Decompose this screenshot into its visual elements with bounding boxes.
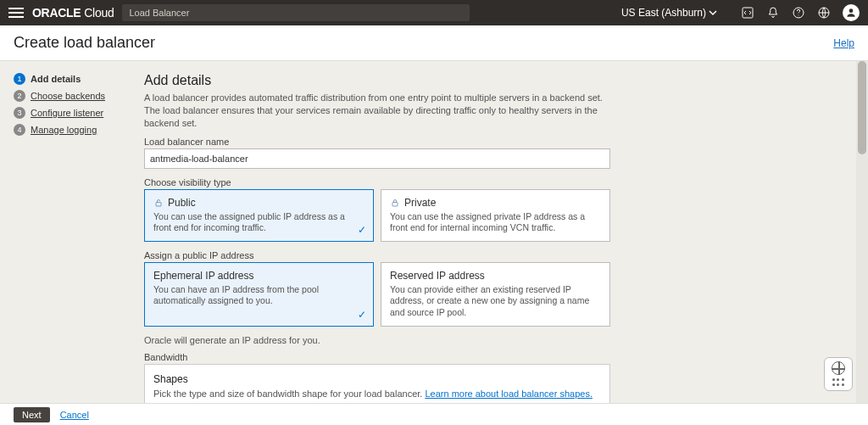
option-card-public[interactable]: PublicYou can use the assigned public IP… bbox=[144, 189, 374, 242]
card-desc: You can provide either an existing reser… bbox=[390, 284, 601, 319]
check-icon: ✓ bbox=[358, 309, 366, 321]
shapes-title: Shapes bbox=[153, 373, 601, 385]
svg-rect-5 bbox=[392, 202, 398, 206]
chevron-down-icon bbox=[709, 8, 717, 17]
visibility-label: Choose visibility type bbox=[144, 177, 849, 187]
name-label: Load balancer name bbox=[144, 137, 849, 147]
title-bar: Create load balancer Help bbox=[0, 25, 868, 61]
help-link[interactable]: Help bbox=[833, 37, 854, 49]
step-number: 4 bbox=[14, 124, 25, 136]
svg-rect-4 bbox=[156, 202, 161, 206]
globe-icon[interactable] bbox=[817, 6, 831, 20]
wizard-step-add-details[interactable]: 1Add details bbox=[14, 73, 129, 85]
wizard-steps: 1Add details2Choose backends3Configure l… bbox=[0, 61, 136, 403]
card-title: Private bbox=[390, 197, 601, 209]
step-label: Add details bbox=[31, 74, 81, 84]
accessibility-fab[interactable] bbox=[824, 357, 853, 391]
wizard-step-configure-listener[interactable]: 3Configure listener bbox=[14, 107, 129, 119]
region-label: US East (Ashburn) bbox=[621, 7, 706, 19]
shapes-desc: Pick the type and size of bandwidth shap… bbox=[153, 389, 601, 399]
wizard-step-choose-backends[interactable]: 2Choose backends bbox=[14, 90, 129, 102]
menu-icon[interactable] bbox=[8, 8, 24, 18]
shapes-panel: Shapes Pick the type and size of bandwid… bbox=[144, 364, 610, 403]
scrollbar[interactable] bbox=[856, 61, 868, 403]
card-desc: You can use the assigned private IP addr… bbox=[390, 211, 601, 234]
step-label: Configure listener bbox=[31, 108, 103, 118]
person-icon bbox=[845, 7, 857, 19]
step-label: Manage logging bbox=[31, 125, 97, 135]
option-card-ephemeral-ip-address[interactable]: Ephemeral IP addressYou can have an IP a… bbox=[144, 262, 374, 327]
cancel-link[interactable]: Cancel bbox=[60, 410, 89, 420]
page-title: Create load balancer bbox=[14, 34, 155, 52]
card-title: Public bbox=[153, 197, 364, 209]
logo-brand: ORACLE bbox=[32, 6, 81, 20]
option-card-reserved-ip-address[interactable]: Reserved IP addressYou can provide eithe… bbox=[381, 262, 610, 327]
wizard-step-manage-logging[interactable]: 4Manage logging bbox=[14, 124, 129, 136]
grid-icon bbox=[832, 378, 844, 387]
svg-point-3 bbox=[849, 8, 854, 13]
card-title: Reserved IP address bbox=[390, 270, 601, 282]
bell-icon[interactable] bbox=[766, 6, 780, 20]
ip-note: Oracle will generate an IP address for y… bbox=[144, 335, 849, 345]
content-area: Add details A load balancer provides aut… bbox=[136, 61, 868, 403]
check-icon: ✓ bbox=[358, 224, 366, 236]
lock-icon bbox=[390, 198, 400, 208]
top-bar: ORACLE Cloud US East (Ashburn) bbox=[0, 0, 868, 25]
scrollbar-thumb[interactable] bbox=[858, 61, 866, 154]
search-input[interactable] bbox=[122, 4, 470, 21]
option-card-private[interactable]: PrivateYou can use the assigned private … bbox=[381, 189, 610, 242]
load-balancer-name-input[interactable] bbox=[144, 148, 610, 169]
section-description: A load balancer provides automated traff… bbox=[144, 92, 619, 130]
card-desc: You can use the assigned public IP addre… bbox=[153, 211, 364, 234]
region-selector[interactable]: US East (Ashburn) bbox=[621, 7, 717, 19]
step-number: 2 bbox=[14, 90, 25, 102]
help-icon[interactable] bbox=[792, 6, 805, 20]
shapes-learn-more-link[interactable]: Learn more about load balancer shapes. bbox=[425, 389, 593, 399]
card-desc: You can have an IP address from the pool… bbox=[153, 284, 364, 307]
step-number: 1 bbox=[14, 73, 25, 85]
dev-tools-icon[interactable] bbox=[741, 6, 754, 20]
step-number: 3 bbox=[14, 107, 25, 119]
section-heading: Add details bbox=[144, 73, 849, 88]
ip-label: Assign a public IP address bbox=[144, 250, 849, 260]
bandwidth-label: Bandwidth bbox=[144, 352, 849, 362]
logo-suffix: Cloud bbox=[84, 6, 114, 20]
unlock-icon bbox=[153, 198, 164, 208]
target-icon bbox=[832, 361, 845, 375]
footer-bar: Next Cancel bbox=[0, 403, 868, 425]
card-title: Ephemeral IP address bbox=[153, 270, 364, 282]
step-label: Choose backends bbox=[31, 91, 105, 101]
next-button[interactable]: Next bbox=[14, 407, 50, 422]
user-avatar[interactable] bbox=[843, 4, 860, 21]
oracle-logo[interactable]: ORACLE Cloud bbox=[32, 6, 114, 20]
